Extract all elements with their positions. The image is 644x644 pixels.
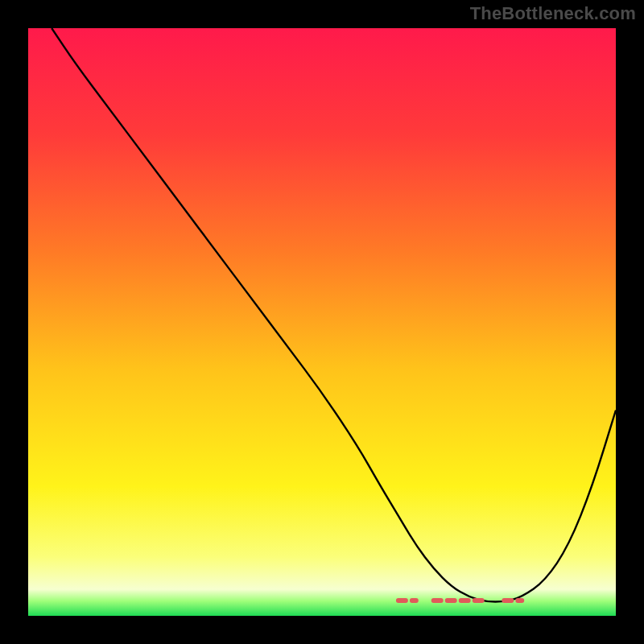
plot-area <box>28 28 616 616</box>
watermark-text: TheBottleneck.com <box>470 3 636 24</box>
chart-svg <box>28 28 616 616</box>
gradient-background <box>28 28 616 616</box>
chart-frame: TheBottleneck.com <box>0 0 644 644</box>
